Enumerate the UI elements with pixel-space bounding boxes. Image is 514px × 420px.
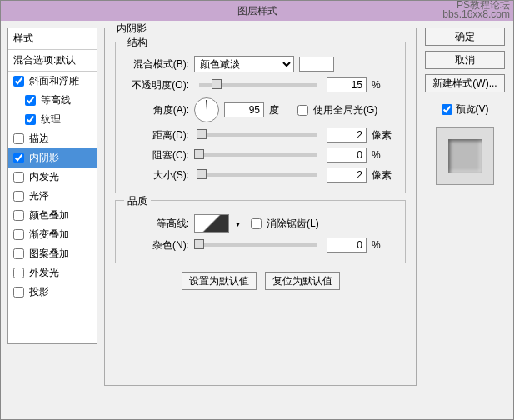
- blend-mode-select[interactable]: 颜色减淡: [194, 56, 294, 72]
- style-item-checkbox[interactable]: [25, 114, 36, 125]
- quality-group: 品质 等高线: ▾ 消除锯齿(L) 杂色(N): %: [115, 200, 406, 263]
- style-item-label: 描边: [29, 132, 49, 146]
- style-item-1[interactable]: 等高线: [8, 91, 97, 110]
- window-title: 图层样式: [237, 5, 277, 17]
- distance-label: 距离(D):: [126, 128, 189, 142]
- reset-default-button[interactable]: 复位为默认值: [265, 272, 340, 290]
- style-item-7[interactable]: 颜色叠加: [8, 206, 97, 225]
- contour-label: 等高线:: [126, 217, 189, 231]
- structure-title: 结构: [124, 36, 151, 50]
- style-item-checkbox[interactable]: [13, 172, 24, 182]
- watermark: PS教程论坛 bbs.16xx8.com: [442, 1, 510, 19]
- distance-input[interactable]: [327, 128, 367, 142]
- style-item-label: 渐变叠加: [29, 228, 69, 242]
- style-item-checkbox[interactable]: [13, 268, 24, 278]
- global-light-label: 使用全局光(G): [313, 103, 377, 118]
- quality-title: 品质: [124, 194, 151, 208]
- preview-checkbox[interactable]: [442, 104, 452, 115]
- ok-button[interactable]: 确定: [425, 28, 505, 46]
- style-item-5[interactable]: 内发光: [8, 168, 97, 187]
- style-item-0[interactable]: 斜面和浮雕: [8, 72, 97, 91]
- anti-alias-checkbox[interactable]: [251, 218, 262, 229]
- noise-slider[interactable]: [199, 243, 317, 247]
- structure-group: 结构 混合模式(B): 颜色减淡 不透明度(O): %: [115, 42, 406, 193]
- style-item-8[interactable]: 渐变叠加: [8, 225, 97, 244]
- style-item-checkbox[interactable]: [25, 95, 36, 106]
- global-light-checkbox[interactable]: [297, 105, 308, 116]
- preview-thumbnail: [436, 127, 494, 185]
- style-item-label: 内发光: [29, 170, 59, 184]
- style-item-9[interactable]: 图案叠加: [8, 244, 97, 263]
- style-item-checkbox[interactable]: [13, 229, 24, 240]
- opacity-input[interactable]: [327, 78, 367, 92]
- noise-label: 杂色(N):: [126, 238, 189, 252]
- style-item-label: 斜面和浮雕: [29, 74, 79, 88]
- style-item-label: 图案叠加: [29, 247, 69, 261]
- style-item-checkbox[interactable]: [13, 133, 24, 144]
- style-item-checkbox[interactable]: [13, 210, 24, 221]
- style-item-6[interactable]: 光泽: [8, 187, 97, 206]
- new-style-button[interactable]: 新建样式(W)...: [425, 74, 505, 92]
- angle-input[interactable]: [224, 102, 264, 118]
- choke-label: 阻塞(C):: [126, 148, 189, 162]
- style-item-2[interactable]: 纹理: [8, 110, 97, 129]
- angle-label: 角度(A):: [126, 103, 189, 118]
- titlebar: 图层样式 PS教程论坛 bbs.16xx8.com: [1, 1, 513, 21]
- style-item-label: 颜色叠加: [29, 208, 69, 222]
- style-list-header[interactable]: 样式: [8, 28, 97, 50]
- preview-inner: [448, 139, 482, 172]
- chevron-down-icon[interactable]: ▾: [236, 219, 240, 228]
- style-item-11[interactable]: 投影: [8, 282, 97, 302]
- cancel-button[interactable]: 取消: [425, 51, 505, 69]
- opacity-slider[interactable]: [199, 83, 317, 87]
- anti-alias-label: 消除锯齿(L): [267, 217, 319, 231]
- style-item-label: 光泽: [29, 189, 49, 203]
- style-item-label: 投影: [29, 285, 49, 299]
- style-item-checkbox[interactable]: [13, 191, 24, 202]
- style-item-checkbox[interactable]: [13, 248, 24, 259]
- contour-picker[interactable]: ▾: [194, 214, 229, 232]
- blend-options-item[interactable]: 混合选项:默认: [8, 50, 97, 72]
- blend-mode-label: 混合模式(B):: [126, 58, 189, 72]
- style-item-4[interactable]: 内阴影: [8, 148, 97, 168]
- action-panel: 确定 取消 新建样式(W)... 预览(V): [423, 28, 507, 412]
- choke-slider[interactable]: [199, 153, 317, 157]
- style-item-label: 等高线: [41, 93, 71, 108]
- style-item-label: 纹理: [41, 112, 61, 127]
- preview-label: 预览(V): [456, 102, 489, 117]
- style-item-checkbox[interactable]: [13, 287, 24, 298]
- size-input[interactable]: [327, 168, 367, 182]
- style-item-label: 外发光: [29, 266, 59, 280]
- opacity-label: 不透明度(O):: [126, 78, 189, 92]
- distance-slider[interactable]: [199, 133, 317, 137]
- style-item-3[interactable]: 描边: [8, 129, 97, 148]
- panel-title: 内阴影: [113, 22, 150, 36]
- style-item-label: 内阴影: [29, 151, 59, 165]
- style-item-10[interactable]: 外发光: [8, 263, 97, 282]
- noise-input[interactable]: [327, 238, 367, 252]
- size-slider[interactable]: [199, 173, 317, 177]
- style-item-checkbox[interactable]: [13, 152, 24, 163]
- style-item-checkbox[interactable]: [13, 76, 24, 87]
- set-default-button[interactable]: 设置为默认值: [182, 272, 257, 290]
- size-label: 大小(S):: [126, 168, 189, 182]
- settings-panel: 内阴影 结构 混合模式(B): 颜色减淡 不透明度(O):: [104, 28, 417, 412]
- angle-dial[interactable]: [194, 98, 219, 122]
- shadow-color-swatch[interactable]: [299, 57, 334, 72]
- style-list-panel: 样式 混合选项:默认 斜面和浮雕等高线纹理描边内阴影内发光光泽颜色叠加渐变叠加图…: [7, 28, 97, 412]
- layer-style-dialog: 图层样式 PS教程论坛 bbs.16xx8.com 样式 混合选项:默认 斜面和…: [0, 0, 514, 420]
- choke-input[interactable]: [327, 148, 367, 162]
